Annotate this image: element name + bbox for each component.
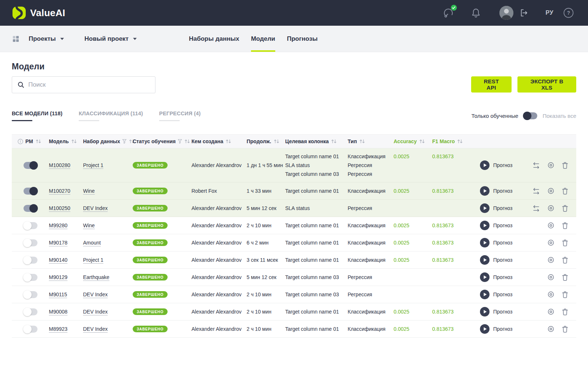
compare-icon[interactable] xyxy=(533,205,540,211)
model-link[interactable]: M90178 xyxy=(49,240,68,246)
delete-icon[interactable] xyxy=(562,257,568,264)
model-link[interactable]: M100280 xyxy=(49,162,70,168)
delete-icon[interactable] xyxy=(562,188,568,195)
delete-icon[interactable] xyxy=(562,291,568,298)
delete-icon[interactable] xyxy=(562,274,568,281)
info-icon[interactable] xyxy=(18,139,23,144)
sort-icon[interactable] xyxy=(419,139,425,144)
model-link[interactable]: M90115 xyxy=(49,292,67,297)
cell-toggle xyxy=(12,238,43,247)
author-name: Alexander Alexandrov xyxy=(191,274,241,280)
sort-icon[interactable] xyxy=(273,139,280,144)
view-icon[interactable] xyxy=(547,239,555,246)
sort-icon[interactable] xyxy=(225,139,232,144)
model-enabled-toggle[interactable] xyxy=(24,205,37,212)
predict-button[interactable]: Прогноз xyxy=(480,307,513,316)
view-icon[interactable] xyxy=(547,308,555,315)
search-input[interactable] xyxy=(28,81,150,88)
filter-icon[interactable] xyxy=(122,139,126,144)
nav-tab-item[interactable]: Наборы данных xyxy=(189,26,239,52)
dataset-link[interactable]: Earthquake xyxy=(83,274,110,280)
nav-tab-active[interactable]: Модели xyxy=(251,26,275,52)
apps-grid-icon[interactable] xyxy=(12,35,20,43)
logout-button[interactable] xyxy=(519,8,529,18)
predict-button[interactable]: Прогноз xyxy=(480,203,513,213)
predict-button[interactable]: Прогноз xyxy=(480,238,513,247)
model-link[interactable]: M100270 xyxy=(49,188,70,194)
sort-icon[interactable] xyxy=(331,139,337,144)
filter-icon[interactable] xyxy=(178,139,182,144)
cell-actions xyxy=(518,290,576,299)
dataset-link[interactable]: Amount xyxy=(83,240,101,246)
delete-icon[interactable] xyxy=(562,326,568,333)
model-enabled-toggle[interactable] xyxy=(24,274,37,281)
predict-button[interactable]: Прогноз xyxy=(480,221,513,230)
dataset-link[interactable]: DEV Index xyxy=(83,205,108,211)
logo[interactable]: ValueAI xyxy=(12,6,65,20)
projects-dropdown[interactable]: Проекты xyxy=(29,35,64,43)
model-enabled-toggle[interactable] xyxy=(24,291,37,298)
dataset-link[interactable]: Project 1 xyxy=(83,257,103,263)
status-badge: ЗАВЕРШЕНО xyxy=(133,188,168,194)
nav-tab-item[interactable]: Прогнозы xyxy=(287,26,318,52)
predict-button[interactable]: Прогноз xyxy=(480,186,513,196)
dataset-link[interactable]: Wine xyxy=(83,188,95,194)
predict-button[interactable]: Прогноз xyxy=(480,255,513,265)
export-xls-button[interactable]: ЭКСПОРТ В XLS xyxy=(517,76,576,93)
view-icon[interactable] xyxy=(547,256,555,264)
notifications-button[interactable] xyxy=(471,7,481,18)
view-icon[interactable] xyxy=(547,291,555,298)
view-icon[interactable] xyxy=(547,222,555,229)
sort-icon[interactable] xyxy=(71,139,77,144)
model-enabled-toggle[interactable] xyxy=(24,308,37,315)
model-enabled-toggle[interactable] xyxy=(24,188,37,195)
dataset-link[interactable]: DEV Index xyxy=(83,292,108,297)
filter-tab[interactable]: КЛАССИФИКАЦИЯ (114) xyxy=(79,110,143,121)
model-enabled-toggle[interactable] xyxy=(24,257,37,264)
cell-target-columns: Target column name 01 xyxy=(279,238,342,247)
model-link[interactable]: M90140 xyxy=(49,257,68,263)
predict-button[interactable]: Прогноз xyxy=(480,290,513,299)
delete-icon[interactable] xyxy=(562,222,568,229)
predict-button[interactable]: Прогноз xyxy=(480,324,513,334)
model-enabled-toggle[interactable] xyxy=(24,326,37,333)
delete-icon[interactable] xyxy=(562,239,568,246)
delete-icon[interactable] xyxy=(562,205,568,212)
dataset-link[interactable]: DEV Index xyxy=(83,309,108,315)
view-icon[interactable] xyxy=(547,187,555,195)
system-status-button[interactable] xyxy=(443,7,454,18)
delete-icon[interactable] xyxy=(562,162,568,169)
cell-types: Регрессия xyxy=(342,290,388,299)
sort-icon[interactable] xyxy=(359,139,365,144)
delete-icon[interactable] xyxy=(562,308,568,315)
dataset-link[interactable]: Project 1 xyxy=(83,162,103,168)
model-link[interactable]: M99280 xyxy=(49,222,68,228)
language-switcher[interactable]: РУ xyxy=(546,10,553,16)
model-link[interactable]: M89923 xyxy=(49,326,68,332)
model-enabled-toggle[interactable] xyxy=(24,239,37,246)
view-icon[interactable] xyxy=(547,325,555,333)
model-enabled-toggle[interactable] xyxy=(24,162,37,169)
view-icon[interactable] xyxy=(547,162,555,169)
model-link[interactable]: M100250 xyxy=(49,205,70,211)
view-icon[interactable] xyxy=(547,274,555,281)
dataset-link[interactable]: DEV Index xyxy=(83,326,108,332)
view-icon[interactable] xyxy=(547,205,555,212)
model-link[interactable]: M90129 xyxy=(49,274,68,280)
new-project-dropdown[interactable]: Новый проект xyxy=(85,35,137,43)
dataset-link[interactable]: Wine xyxy=(83,222,95,228)
compare-icon[interactable] xyxy=(533,162,540,169)
trained-only-toggle[interactable] xyxy=(523,112,537,119)
filter-tab[interactable]: ВСЕ МОДЕЛИ (118) xyxy=(12,110,62,121)
predict-button[interactable]: Прогноз xyxy=(480,160,513,170)
rest-api-button[interactable]: REST API xyxy=(471,76,512,93)
help-button[interactable]: ? xyxy=(563,7,574,18)
model-link[interactable]: M90008 xyxy=(49,309,68,315)
avatar[interactable] xyxy=(499,6,513,20)
filter-tab[interactable]: РЕГРЕССИЯ (4) xyxy=(159,110,201,121)
predict-button[interactable]: Прогноз xyxy=(480,272,513,282)
sort-icon[interactable] xyxy=(35,139,42,144)
compare-icon[interactable] xyxy=(533,188,540,194)
model-enabled-toggle[interactable] xyxy=(24,222,37,229)
sort-icon[interactable] xyxy=(457,139,463,144)
